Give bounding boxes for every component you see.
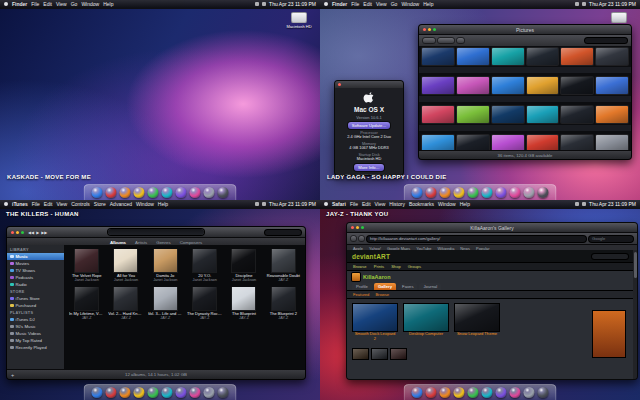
battery-icon[interactable]	[262, 2, 266, 6]
menu-item[interactable]: Store	[94, 201, 106, 207]
battery-icon[interactable]	[582, 202, 586, 206]
sidebar-item[interactable]: Movies	[7, 260, 64, 267]
sidebar-item[interactable]: Podcasts	[7, 274, 64, 281]
about-titlebar[interactable]	[335, 81, 403, 88]
wallpaper-thumbnail[interactable]	[561, 77, 593, 94]
sidebar-item[interactable]: Music	[7, 253, 64, 260]
dock-icon[interactable]	[412, 187, 423, 198]
battery-icon[interactable]	[262, 202, 266, 206]
profile-tab[interactable]: Journal	[419, 283, 441, 290]
wallpaper-thumbnail[interactable]	[561, 48, 593, 65]
dock-icon[interactable]	[148, 387, 159, 398]
dock-icon[interactable]	[524, 387, 535, 398]
dock-icon[interactable]	[218, 387, 229, 398]
menu-item[interactable]: History	[389, 201, 405, 207]
wallpaper-thumbnail[interactable]	[492, 77, 524, 94]
menu-item[interactable]: Help	[158, 201, 168, 207]
menu-item[interactable]: File	[32, 201, 40, 207]
dock-icon[interactable]	[440, 187, 451, 198]
album-cell[interactable]: The Velvet Rope Janet Jackson	[69, 249, 104, 282]
menu-item[interactable]: Advanced	[110, 201, 132, 207]
dock-icon[interactable]	[120, 387, 131, 398]
apple-menu-icon[interactable]	[4, 2, 8, 6]
forward-button[interactable]	[359, 236, 364, 241]
dock-icon[interactable]	[120, 187, 131, 198]
avatar[interactable]	[352, 273, 360, 281]
wallpaper-thumbnail[interactable]	[457, 106, 489, 123]
dock-icon[interactable]	[510, 187, 521, 198]
menu-item[interactable]: Edit	[362, 201, 371, 207]
battery-icon[interactable]	[582, 2, 586, 6]
wallpaper-thumbnail[interactable]	[596, 48, 628, 65]
view-tab[interactable]: Artists	[135, 240, 147, 245]
menu-item[interactable]: Edit	[363, 1, 372, 7]
wallpaper-thumbnail[interactable]	[422, 77, 454, 94]
dock-icon[interactable]	[204, 187, 215, 198]
desktop-drive-icon[interactable]: Macintosh HD	[285, 12, 313, 29]
app-menu[interactable]: iTunes	[12, 201, 28, 207]
sidebar-item[interactable]: iTunes Store	[7, 295, 64, 302]
menu-clock[interactable]: Thu Apr 23 11:09 PM	[269, 1, 316, 7]
site-nav-item[interactable]: Groups	[408, 264, 421, 269]
album-cell[interactable]: The Blueprint JAY-Z	[226, 287, 261, 320]
sidebar-item[interactable]: Purchased	[7, 302, 64, 309]
deviation-item[interactable]: Smooth Dock Leopard 2	[353, 304, 397, 342]
menu-clock[interactable]: Thu Apr 23 11:09 PM	[589, 1, 636, 7]
airport-icon[interactable]	[575, 2, 579, 6]
more-info-button[interactable]: More Info…	[354, 164, 383, 171]
scrollbar[interactable]	[633, 250, 637, 379]
menu-item[interactable]: Help	[423, 1, 433, 7]
view-tab[interactable]: Composers	[180, 240, 202, 245]
action-gear-button[interactable]	[457, 38, 464, 43]
site-nav-item[interactable]: Shop	[391, 264, 401, 269]
folder-thumbnail[interactable]	[372, 349, 387, 359]
dock-icon[interactable]	[468, 387, 479, 398]
sidebar-item[interactable]: iTunes DJ	[7, 316, 64, 323]
wallpaper-thumbnail[interactable]	[492, 48, 524, 65]
sidebar-item[interactable]: PLAYLISTS	[7, 309, 64, 316]
site-nav-item[interactable]: Prints	[374, 264, 384, 269]
minimize-button[interactable]	[356, 226, 359, 229]
back-forward-buttons[interactable]	[423, 38, 435, 43]
sidebar-item[interactable]: TV Shows	[7, 267, 64, 274]
site-logo[interactable]: deviantART	[352, 253, 390, 260]
menu-item[interactable]: Window	[136, 201, 154, 207]
web-search-field[interactable]: Google	[589, 236, 633, 242]
menu-item[interactable]: View	[56, 1, 67, 7]
dock-icon[interactable]	[176, 187, 187, 198]
menu-item[interactable]: Window	[401, 1, 419, 7]
album-cell[interactable]: Damita Jo Janet Jackson	[148, 249, 183, 282]
view-mode-buttons[interactable]	[438, 38, 454, 43]
close-button[interactable]	[351, 226, 354, 229]
menu-item[interactable]: Go	[391, 1, 398, 7]
airport-icon[interactable]	[255, 2, 259, 6]
menu-clock[interactable]: Thu Apr 23 11:09 PM	[589, 201, 636, 207]
dock-icon[interactable]	[162, 387, 173, 398]
sidebar-item[interactable]: STORE	[7, 288, 64, 295]
album-cell[interactable]: All for You Janet Jackson	[108, 249, 143, 282]
dock-icon[interactable]	[496, 187, 507, 198]
menu-item[interactable]: View	[376, 1, 387, 7]
menu-clock[interactable]: Thu Apr 23 11:09 PM	[269, 201, 316, 207]
menu-item[interactable]: Help	[460, 201, 470, 207]
wallpaper-thumbnail[interactable]	[492, 106, 524, 123]
sidebar-item[interactable]: 90's Music	[7, 323, 64, 330]
sidebar-item[interactable]: LIBRARY	[7, 246, 64, 253]
dock-icon[interactable]	[538, 387, 549, 398]
menu-item[interactable]: Controls	[71, 201, 90, 207]
album-cell[interactable]: Discipline Janet Jackson	[226, 249, 261, 282]
album-cell[interactable]: The Dynasty Roc La Familia JAY-Z	[187, 287, 222, 320]
dock-icon[interactable]	[106, 387, 117, 398]
wallpaper-thumbnail[interactable]	[422, 106, 454, 123]
folder-thumbnail[interactable]	[391, 349, 406, 359]
dock-icon[interactable]	[134, 387, 145, 398]
wallpaper-thumbnail[interactable]	[527, 77, 559, 94]
dock-icon[interactable]	[510, 387, 521, 398]
next-button[interactable]: ▶▶	[41, 230, 47, 235]
dock-icon[interactable]	[426, 387, 437, 398]
dock-icon[interactable]	[92, 187, 103, 198]
album-cell[interactable]: In My Lifetime, Vol. 1 JAY-Z	[69, 287, 104, 320]
wallpaper-thumbnail[interactable]	[457, 77, 489, 94]
menu-item[interactable]: Window	[438, 201, 456, 207]
menu-item[interactable]: Edit	[43, 1, 52, 7]
